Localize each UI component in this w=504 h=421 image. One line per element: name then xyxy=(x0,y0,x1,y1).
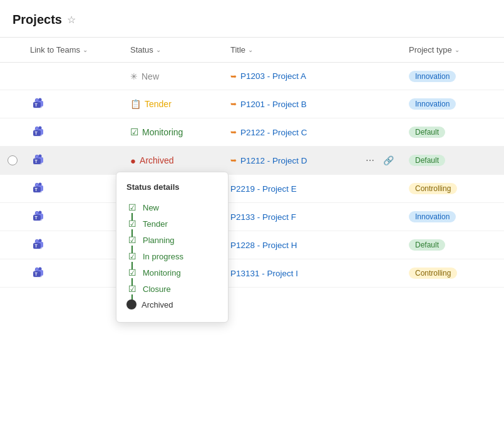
project-title-link[interactable]: P2133 - Project F xyxy=(230,212,296,222)
popup-status-label: New xyxy=(143,203,159,212)
col-project-type-chevron: ⌄ xyxy=(455,46,460,53)
svg-point-46 xyxy=(36,240,39,243)
svg-point-14 xyxy=(36,127,39,130)
svg-point-6 xyxy=(36,99,39,102)
project-type-badge: Default xyxy=(409,155,445,166)
teams-cell: T xyxy=(25,147,125,174)
project-title-link[interactable]: P1212 - Project D xyxy=(240,156,307,165)
title-cell: P2133 - Project F xyxy=(225,207,404,227)
project-type-badge: Controlling xyxy=(409,183,457,194)
popup-status-check-icon: ☑ xyxy=(126,202,138,213)
project-type-badge: Default xyxy=(409,239,445,251)
table-row: T ✳ New P13131 - Project I Controlling xyxy=(0,259,504,288)
project-title-link[interactable]: P1228 - Project H xyxy=(230,241,297,250)
popup-status-dot-icon xyxy=(126,299,136,309)
status-cell: ✳ New xyxy=(125,66,225,86)
status-asterisk-icon: ✳ xyxy=(130,71,138,81)
teams-icon[interactable]: T xyxy=(30,236,48,254)
col-title-label: Title xyxy=(230,45,245,55)
status-check-icon: ☑ xyxy=(130,127,138,138)
popup-status-check-icon: ☑ xyxy=(126,218,138,229)
table-row: T 📋 Tender ➥ P1201 - Project B Innovatio… xyxy=(0,90,504,118)
title-cell: P1228 - Project H xyxy=(225,236,404,255)
popup-status-check-icon: ☑ xyxy=(126,283,138,294)
title-content: ➥ P1201 - Project B xyxy=(230,100,307,109)
col-title-chevron: ⌄ xyxy=(248,46,253,53)
status-cell: ● Archived xyxy=(125,150,225,171)
svg-point-18 xyxy=(39,155,42,158)
status-label: New xyxy=(141,71,159,81)
projects-page: Projects ☆ Link to Teams ⌄ Status ⌄ Titl… xyxy=(0,0,504,421)
popup-status-label: Planning xyxy=(143,236,175,245)
popup-status-check-icon: ☑ xyxy=(126,234,138,246)
status-list: ☑ New ☑ Tender ☑ Planning ☑ In progress … xyxy=(126,199,215,312)
project-title-link[interactable]: P2219 - Project E xyxy=(230,184,297,194)
col-title[interactable]: Title ⌄ xyxy=(225,43,404,57)
teams-icon[interactable]: T xyxy=(30,264,48,282)
status-dot-icon: ● xyxy=(130,155,136,166)
svg-point-50 xyxy=(39,268,42,271)
svg-text:T: T xyxy=(35,187,38,192)
open-link-button[interactable]: 🔗 xyxy=(381,154,396,167)
title-content: ➥ P2122 - Project C xyxy=(230,128,307,137)
svg-point-42 xyxy=(39,239,42,242)
project-title-link[interactable]: P13131 - Project I xyxy=(230,269,298,278)
star-icon[interactable]: ☆ xyxy=(67,14,76,26)
svg-text:T: T xyxy=(35,216,38,220)
pin-arrow: ➥ xyxy=(230,128,237,137)
more-actions-button[interactable]: ⋯ xyxy=(363,154,377,167)
col-project-type[interactable]: Project type ⌄ xyxy=(404,43,504,57)
row-checkbox[interactable] xyxy=(8,155,18,165)
project-type-badge: Innovation xyxy=(409,98,456,110)
table-row: T ✳ New P1228 - Project H Default xyxy=(0,231,504,259)
project-type-badge: Innovation xyxy=(409,71,456,82)
svg-point-26 xyxy=(39,183,42,186)
table-row: T ☑ Monitoring ➥ P2122 - Project C Defau… xyxy=(0,118,504,147)
title-content: P1228 - Project H xyxy=(230,241,297,250)
type-cell: Default xyxy=(404,234,504,256)
page-title: Projects xyxy=(13,13,62,27)
svg-point-54 xyxy=(36,268,39,271)
type-cell: Innovation xyxy=(404,206,504,227)
teams-icon[interactable]: T xyxy=(30,95,48,113)
teams-icon[interactable]: T xyxy=(30,208,48,226)
col-status-label: Status xyxy=(130,45,153,55)
table-row: T ● Archived ➥ P1212 - Project D ⋯ 🔗 Def… xyxy=(0,147,504,175)
status-label: Monitoring xyxy=(142,127,183,137)
teams-icon[interactable]: T xyxy=(30,152,48,169)
type-cell: Default xyxy=(404,122,504,143)
teams-cell: T xyxy=(25,231,125,259)
svg-text:T: T xyxy=(35,159,38,164)
teams-icon[interactable]: T xyxy=(30,123,48,141)
title-content: P13131 - Project I xyxy=(230,269,298,278)
teams-icon[interactable]: T xyxy=(30,180,48,197)
teams-cell xyxy=(25,71,125,81)
popup-status-label: Closure xyxy=(143,284,171,294)
svg-text:T: T xyxy=(35,131,38,135)
project-title-link[interactable]: P1203 - Project A xyxy=(240,71,306,81)
type-cell: Innovation xyxy=(404,93,504,115)
teams-cell: T xyxy=(25,118,125,146)
teams-cell: T xyxy=(25,203,125,231)
table-row: ✳ New ➥ P1203 - Project A Innovation xyxy=(0,63,504,90)
project-title-link[interactable]: P1201 - Project B xyxy=(240,100,307,109)
checkbox-cell xyxy=(0,155,25,165)
popup-status-label: Monitoring xyxy=(143,268,181,278)
popup-status-check-icon: ☑ xyxy=(126,251,138,262)
title-content: ➥ P1212 - Project D xyxy=(230,156,307,165)
project-type-badge: Innovation xyxy=(409,211,456,222)
project-title-link[interactable]: P2122 - Project C xyxy=(240,128,307,137)
status-cell: 📋 Tender xyxy=(125,94,225,114)
pin-arrow: ➥ xyxy=(230,100,237,108)
col-link-to-teams[interactable]: Link to Teams ⌄ xyxy=(25,43,125,57)
type-cell: Controlling xyxy=(404,178,504,199)
col-link-to-teams-label: Link to Teams xyxy=(30,45,80,55)
title-cell: P2219 - Project E xyxy=(225,179,404,199)
col-status[interactable]: Status ⌄ xyxy=(125,43,225,57)
svg-point-2 xyxy=(39,98,42,101)
table-row: T ✳ New P2133 - Project F Innovation xyxy=(0,203,504,231)
status-label: Archived xyxy=(140,155,173,165)
popup-status-check-icon: ☑ xyxy=(126,267,138,278)
status-cell: ☑ Monitoring xyxy=(125,122,225,143)
teams-cell: T xyxy=(25,175,125,202)
